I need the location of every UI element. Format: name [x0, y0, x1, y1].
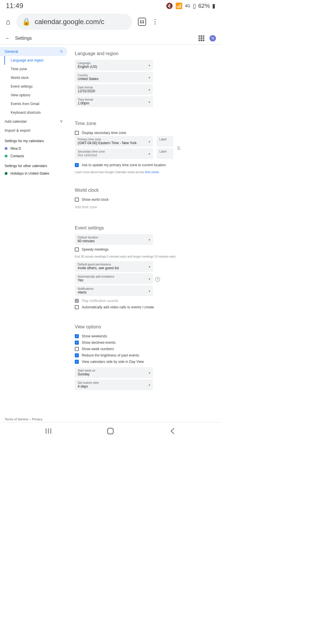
- url-bar[interactable]: 🔒 calendar.google.com/c: [16, 14, 132, 30]
- checkbox-icon: [75, 247, 79, 252]
- avatar[interactable]: N: [210, 35, 216, 41]
- sidebar-calendar-holidays[interactable]: Holidays in United States: [0, 170, 67, 177]
- battery-text: 62%: [198, 3, 210, 9]
- back-arrow-icon[interactable]: ←: [5, 36, 10, 41]
- svg-rect-0: [108, 428, 113, 434]
- dropdown-arrow-icon: ▾: [149, 100, 150, 103]
- dropdown-arrow-icon: ▾: [149, 88, 150, 91]
- help-icon[interactable]: ?: [155, 277, 160, 282]
- show-declined-checkbox[interactable]: ✓ Show declined events: [75, 339, 215, 346]
- default-duration-dropdown[interactable]: Default duration 60 minutes ▾: [75, 234, 153, 245]
- lock-icon: 🔒: [22, 18, 31, 26]
- side-by-side-checkbox[interactable]: ✓ View calendars side by side in Day Vie…: [75, 359, 215, 365]
- guest-permissions-dropdown[interactable]: Default guest permissions Invite others,…: [75, 261, 153, 272]
- home-nav-icon[interactable]: [106, 427, 115, 435]
- primary-tz-dropdown[interactable]: Primary time zone (GMT-04:00) Eastern Ti…: [75, 136, 153, 147]
- language-dropdown[interactable]: Language English (US) ▾: [75, 60, 153, 70]
- mute-icon: 🔇: [166, 2, 173, 9]
- tos-link[interactable]: Terms of Service: [5, 417, 28, 421]
- show-week-numbers-checkbox[interactable]: Show week numbers: [75, 346, 215, 352]
- checkbox-icon: ✓: [75, 353, 79, 357]
- speedy-hint: End 30 minute meetings 5 minutes early a…: [75, 255, 215, 258]
- status-icons: 🔇 📶 4G ▯ 62% ▮: [166, 2, 215, 9]
- overflow-menu-icon[interactable]: ⋮: [152, 18, 158, 26]
- checkbox-icon: ✓: [75, 341, 79, 345]
- date-format-dropdown[interactable]: Date format 12/31/2020 ▾: [75, 84, 153, 95]
- sidebar-other-calendars-heading: Settings for other calendars: [0, 160, 67, 170]
- settings-sidebar: General ᐱ Language and region Time zone …: [0, 45, 70, 422]
- sidebar-add-calendar[interactable]: Add calendar ᐯ: [0, 117, 67, 126]
- app-header: ← Settings N: [0, 32, 221, 45]
- tab-switcher[interactable]: 11: [138, 18, 146, 26]
- sidebar-my-calendars-heading: Settings for my calendars: [0, 135, 67, 145]
- section-event-settings: Event settings: [75, 225, 215, 231]
- section-time-zone: Time zone: [75, 121, 215, 126]
- battery-icon: ▮: [212, 2, 215, 9]
- calendar-color-dot: [5, 155, 8, 158]
- checkbox-icon: [75, 198, 79, 202]
- wifi-icon: 📶: [175, 2, 183, 9]
- status-time: 11:49: [6, 2, 23, 10]
- sidebar-item-world-clock[interactable]: World clock: [5, 73, 67, 82]
- network-type: 4G: [185, 3, 190, 8]
- checkbox-icon: ✓: [75, 360, 79, 364]
- settings-content: Language and region Language English (US…: [70, 45, 221, 422]
- main-area: General ᐱ Language and region Time zone …: [0, 45, 221, 422]
- ask-update-tz-checkbox[interactable]: ✓ Ask to update my primary time zone to …: [75, 162, 215, 168]
- sidebar-calendar-contacts[interactable]: Contacts: [0, 152, 67, 160]
- checkbox-icon: [75, 305, 79, 309]
- dropdown-arrow-icon: ▾: [149, 238, 150, 241]
- android-status-bar: 11:49 🔇 📶 4G ▯ 62% ▮: [0, 0, 221, 12]
- sidebar-item-event-settings[interactable]: Event settings: [5, 82, 67, 91]
- chevron-up-icon: ᐱ: [60, 50, 63, 53]
- dropdown-arrow-icon: ▾: [149, 140, 150, 143]
- privacy-link[interactable]: Privacy: [32, 417, 42, 421]
- checkbox-icon: [75, 131, 79, 135]
- dropdown-arrow-icon: ▾: [149, 76, 150, 79]
- sidebar-calendar-nina[interactable]: Nina D: [0, 145, 67, 152]
- add-time-zone-link: Add time zone: [75, 203, 215, 211]
- tz-hint: Learn more about how Google Calendar wor…: [75, 171, 215, 174]
- custom-view-dropdown[interactable]: Set custom view 4 days ▾: [75, 379, 153, 390]
- country-dropdown[interactable]: Country United States ▾: [75, 72, 153, 83]
- home-icon[interactable]: ⌂: [6, 17, 10, 26]
- reduce-brightness-checkbox[interactable]: ✓ Reduce the brightness of past events: [75, 352, 215, 359]
- primary-tz-label-input[interactable]: Label: [156, 136, 173, 147]
- sidebar-item-language-region[interactable]: Language and region: [4, 56, 67, 65]
- sidebar-general[interactable]: General ᐱ: [0, 47, 67, 56]
- apps-grid-icon[interactable]: [199, 35, 204, 41]
- speedy-meetings-checkbox[interactable]: Speedy meetings: [75, 246, 215, 253]
- sidebar-general-subitems: Language and region Time zone World cloc…: [5, 56, 67, 117]
- dropdown-arrow-icon: ▾: [149, 265, 150, 268]
- checkbox-icon: ✓: [75, 334, 79, 338]
- android-nav-bar: [0, 422, 221, 440]
- swap-icon[interactable]: ⇅: [177, 146, 181, 151]
- auto-add-invitations-dropdown[interactable]: Automatically add invitations Yes ▾: [75, 273, 153, 284]
- calendar-color-dot: [5, 147, 8, 150]
- url-text: calendar.google.com/c: [35, 18, 104, 26]
- show-weekends-checkbox[interactable]: ✓ Show weekends: [75, 333, 215, 339]
- section-world-clock: World clock: [75, 188, 215, 193]
- back-nav-icon[interactable]: [169, 427, 177, 435]
- sidebar-item-time-zone[interactable]: Time zone: [5, 65, 67, 73]
- sidebar-import-export[interactable]: Import & export: [0, 126, 67, 135]
- auto-video-checkbox[interactable]: Automatically add video calls to events …: [75, 304, 215, 310]
- sidebar-item-events-from-gmail[interactable]: Events from Gmail: [5, 100, 67, 108]
- browser-toolbar: ⌂ 🔒 calendar.google.com/c 11 ⋮: [0, 12, 221, 32]
- show-world-clock-checkbox[interactable]: Show world clock: [75, 196, 215, 203]
- section-language-region: Language and region: [75, 51, 215, 56]
- secondary-tz-checkbox[interactable]: Display secondary time zone: [75, 130, 215, 136]
- sidebar-item-keyboard-shortcuts[interactable]: Keyboard shortcuts: [5, 108, 67, 117]
- dropdown-arrow-icon: ▾: [149, 64, 150, 67]
- checkbox-icon: ✓: [75, 299, 79, 303]
- sidebar-item-view-options[interactable]: View options: [5, 91, 67, 100]
- dropdown-arrow-icon: ▾: [149, 371, 150, 374]
- dropdown-arrow-icon: ▾: [149, 289, 150, 292]
- start-week-dropdown[interactable]: Start week on Sunday ▾: [75, 367, 153, 378]
- recents-icon[interactable]: [44, 427, 52, 435]
- dropdown-arrow-icon: ▾: [149, 152, 150, 155]
- notifications-dropdown[interactable]: Notifications Alerts ▾: [75, 285, 153, 296]
- section-view-options: View options: [75, 324, 215, 330]
- tz-hint-link[interactable]: time zones: [145, 171, 159, 174]
- time-format-dropdown[interactable]: Time format 1:00pm ▾: [75, 96, 153, 107]
